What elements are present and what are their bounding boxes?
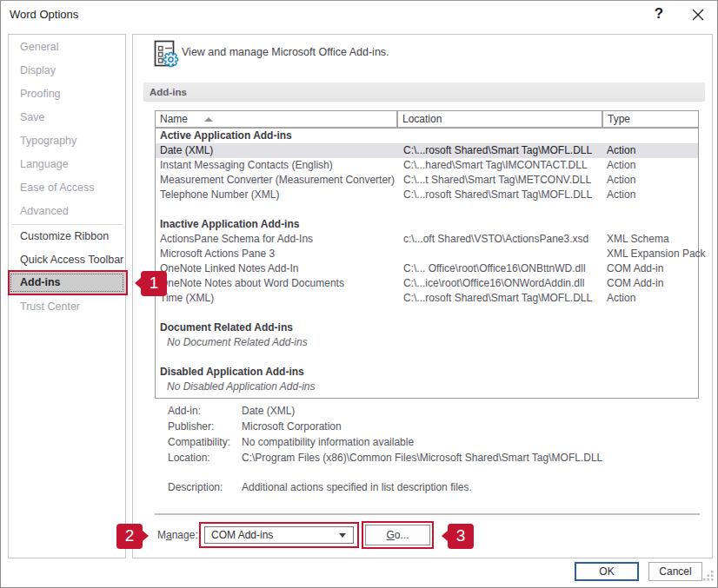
annotation-step-2-badge: 2	[116, 524, 143, 549]
sidebar-item-customize-ribbon[interactable]: Customize Ribbon	[9, 225, 125, 248]
sidebar-item-advanced[interactable]: Advanced	[9, 200, 125, 223]
detail-value: C:\Program Files (x86)\Common Files\Micr…	[242, 452, 602, 464]
blank-row	[156, 202, 698, 217]
section-header: Add-ins	[143, 83, 705, 102]
row-date-xml[interactable]: Date (XML)C:\...rosoft Shared\Smart Tag\…	[156, 143, 698, 158]
row-telephone-number[interactable]: Telephone Number (XML)C:\...rosoft Share…	[156, 188, 698, 202]
annotation-step-1-badge: 1	[141, 271, 167, 296]
detail-label: Compatibility:	[168, 435, 242, 449]
dialog-title: Word Options	[10, 8, 78, 21]
close-icon[interactable]	[690, 7, 706, 23]
detail-value: No compatibility information available	[242, 436, 414, 448]
sidebar-item-proofing[interactable]: Proofing	[9, 83, 125, 106]
column-header-name[interactable]: Name	[156, 111, 398, 127]
panel-description: View and manage Microsoft Office Add-ins…	[182, 46, 389, 58]
sidebar-item-typography[interactable]: Typography	[9, 129, 125, 153]
detail-description: Description:Additional actions specified…	[168, 480, 472, 494]
detail-label: Location:	[168, 451, 242, 465]
manage-label: Manage:	[157, 528, 198, 543]
detail-value: Additional actions specified in list des…	[242, 481, 472, 493]
add-ins-panel: View and manage Microsoft Office Add-ins…	[132, 34, 713, 558]
word-options-dialog: Word Options ? General Display Proofing …	[0, 0, 718, 588]
detail-publisher: Publisher:Microsoft Corporation	[168, 420, 342, 433]
no-document-add-ins-note[interactable]: No Document Related Add-ins	[156, 335, 698, 350]
cancel-button[interactable]: Cancel	[648, 562, 702, 581]
detail-value: Microsoft Corporation	[242, 420, 342, 433]
disabled-group-header[interactable]: Disabled Application Add-ins	[156, 365, 698, 380]
detail-label: Publisher:	[168, 420, 242, 433]
detail-compatibility: Compatibility:No compatibility informati…	[168, 435, 414, 449]
active-group-header[interactable]: Active Application Add-ins	[156, 129, 698, 143]
sidebar-item-quick-access-toolbar[interactable]: Quick Access Toolbar	[9, 248, 125, 272]
badge-tail-right-icon	[143, 531, 149, 541]
table-header: Name Location Type	[156, 111, 698, 129]
annotation-step-3-badge: 3	[448, 524, 474, 549]
sidebar-item-trust-center[interactable]: Trust Center	[9, 295, 125, 319]
manage-separator	[155, 513, 700, 515]
badge-tail-left-icon	[442, 531, 448, 541]
row-time-xml[interactable]: Time (XML)C:\...rosoft Shared\Smart Tag\…	[156, 291, 698, 306]
sidebar: General Display Proofing Save Typography…	[8, 34, 126, 558]
detail-location: Location:C:\Program Files (x86)\Common F…	[168, 451, 602, 465]
inactive-group-header[interactable]: Inactive Application Add-ins	[156, 217, 698, 232]
annotation-box-go-button	[362, 521, 434, 549]
row-actionspane-schema[interactable]: ActionsPane Schema for Add-Insc:\...oft …	[156, 232, 698, 247]
row-measurement-converter[interactable]: Measurement Converter (Measurement Conve…	[156, 173, 698, 188]
sort-ascending-icon	[204, 117, 213, 122]
column-header-location[interactable]: Location	[398, 111, 603, 127]
blank-row	[156, 306, 698, 320]
blank-row	[156, 350, 698, 365]
column-header-type[interactable]: Type	[603, 111, 698, 127]
row-instant-messaging[interactable]: Instant Messaging Contacts (English)C:\.…	[156, 158, 698, 173]
annotation-box-manage-dropdown	[199, 522, 359, 548]
sidebar-item-display[interactable]: Display	[9, 59, 125, 83]
add-ins-table: Name Location Type Active Application Ad…	[155, 110, 699, 399]
row-onenote-notes-word[interactable]: OneNote Notes about Word DocumentsC:\...…	[156, 276, 698, 291]
detail-label: Description:	[168, 480, 242, 494]
sidebar-item-ease-of-access[interactable]: Ease of Access	[9, 176, 125, 200]
resize-grip-icon[interactable]	[702, 570, 715, 585]
document-group-header[interactable]: Document Related Add-ins	[156, 320, 698, 335]
annotation-box-add-ins	[8, 270, 128, 295]
help-icon[interactable]: ?	[652, 5, 666, 24]
sidebar-item-general[interactable]: General	[9, 36, 125, 59]
sidebar-item-language[interactable]: Language	[9, 153, 125, 176]
no-disabled-add-ins-note[interactable]: No Disabled Application Add-ins	[156, 380, 698, 394]
row-microsoft-actions-pane[interactable]: Microsoft Actions Pane 3XML Expansion Pa…	[156, 247, 698, 261]
table-body: Active Application Add-ins Date (XML)C:\…	[156, 129, 698, 394]
detail-addin: Add-in:Date (XML)	[168, 404, 295, 418]
sidebar-item-save[interactable]: Save	[9, 106, 125, 129]
badge-tail-left-icon	[135, 278, 141, 288]
detail-label: Add-in:	[168, 404, 242, 418]
detail-value: Date (XML)	[242, 405, 295, 417]
row-onenote-linked-notes[interactable]: OneNote Linked Notes Add-InC:\... Office…	[156, 261, 698, 276]
manage-add-ins-icon	[150, 39, 182, 73]
ok-button[interactable]: OK	[575, 562, 639, 581]
